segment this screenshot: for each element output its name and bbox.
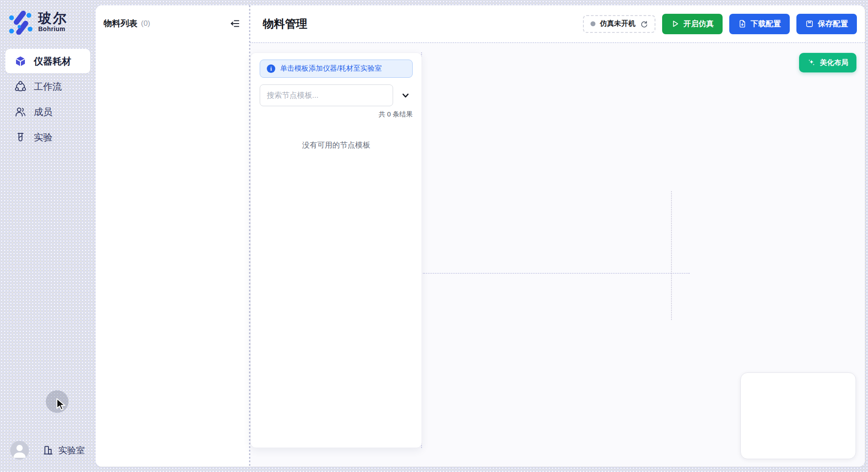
status-label: 仿真未开机 — [600, 19, 635, 28]
play-icon — [671, 20, 679, 28]
minimap-panel[interactable] — [740, 372, 856, 459]
save-icon — [805, 20, 814, 28]
sparkles-icon — [807, 58, 816, 67]
start-simulation-label: 开启仿真 — [683, 19, 714, 29]
building-icon — [42, 444, 54, 456]
brand-logo: 玻尔 Bohrium — [0, 0, 96, 35]
download-config-label: 下载配置 — [751, 19, 781, 29]
avatar[interactable] — [10, 441, 29, 460]
users-icon — [15, 106, 26, 118]
info-icon: i — [267, 64, 275, 73]
main-header: 物料管理 仿真未开机 开启仿真 — [250, 5, 865, 43]
brand-name-en: Bohrium — [38, 25, 68, 32]
status-dot — [591, 21, 595, 26]
sidebar-item-experiments[interactable]: 实验 — [5, 125, 90, 149]
helper-line-horizontal — [423, 273, 690, 274]
sidebar-item-label: 实验 — [34, 131, 52, 144]
node-template-panel: i 单击模板添加仪器/耗材至实验室 共 0 条结果 没有可用的节点模板 — [250, 52, 422, 448]
save-config-label: 保存配置 — [818, 19, 848, 29]
collapse-panel-icon[interactable] — [229, 18, 241, 29]
brand-name-zh: 玻尔 — [38, 11, 68, 25]
simulation-status-pill[interactable]: 仿真未开机 — [583, 15, 655, 33]
search-input[interactable] — [260, 84, 393, 106]
flow-canvas[interactable]: i 单击模板添加仪器/耗材至实验室 共 0 条结果 没有可用的节点模板 — [250, 43, 865, 467]
person-icon — [10, 441, 29, 460]
test-tube-icon — [15, 132, 26, 143]
sidebar-item-members[interactable]: 成员 — [5, 100, 90, 124]
start-simulation-button[interactable]: 开启仿真 — [662, 14, 723, 34]
hint-banner: i 单击模板添加仪器/耗材至实验室 — [260, 60, 413, 78]
hint-banner-text: 单击模板添加仪器/耗材至实验室 — [280, 64, 382, 73]
empty-state-text: 没有可用的节点模板 — [260, 140, 413, 150]
bohrium-logo-icon — [7, 9, 33, 35]
save-config-button[interactable]: 保存配置 — [796, 14, 857, 34]
lab-switcher[interactable]: 实验室 — [42, 444, 85, 456]
sidebar-bottom: 实验室 — [0, 441, 96, 460]
content-card: 物料列表 (0) 物料管理 仿真未开机 — [96, 5, 865, 467]
beautify-layout-button[interactable]: 美化布局 — [799, 53, 856, 72]
box-icon — [15, 56, 26, 67]
sidebar-item-workflow[interactable]: 工作流 — [5, 74, 90, 99]
materials-panel: 物料列表 (0) — [96, 5, 249, 467]
header-actions: 仿真未开机 开启仿真 — [583, 14, 857, 34]
sidebar-item-instruments[interactable]: 仪器耗材 — [5, 49, 90, 73]
main-column: 物料管理 仿真未开机 开启仿真 — [250, 5, 865, 467]
mouse-cursor — [56, 398, 68, 411]
sidebar-item-label: 成员 — [34, 106, 52, 118]
refresh-icon[interactable] — [640, 20, 648, 28]
file-download-icon — [738, 20, 747, 28]
materials-count: (0) — [141, 19, 150, 28]
materials-panel-header: 物料列表 (0) — [104, 18, 241, 29]
chevron-down-icon[interactable] — [398, 88, 413, 103]
sidebar-item-label: 工作流 — [34, 80, 62, 93]
sidebar-item-label: 仪器耗材 — [34, 55, 71, 68]
result-count: 共 0 条结果 — [260, 110, 413, 119]
materials-title: 物料列表 — [104, 18, 137, 29]
workflow-icon — [15, 81, 26, 92]
beautify-layout-label: 美化布局 — [820, 58, 848, 68]
lab-label: 实验室 — [58, 444, 85, 456]
sidebar-nav: 仪器耗材 工作流 成员 — [0, 49, 96, 149]
helper-line-vertical-2 — [671, 191, 672, 320]
sidebar: 玻尔 Bohrium 仪器耗材 工作流 — [0, 0, 96, 472]
download-config-button[interactable]: 下载配置 — [729, 14, 790, 34]
page-title: 物料管理 — [263, 16, 307, 31]
